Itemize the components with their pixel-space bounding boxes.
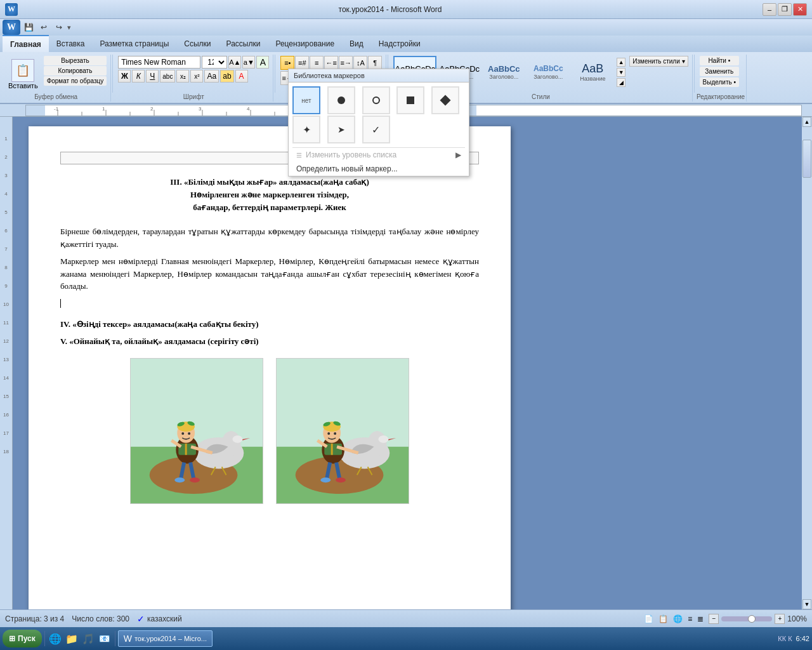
styles-more[interactable]: ◢ [617,78,625,87]
redo-button[interactable]: ↪ [52,21,66,34]
highlight-button[interactable]: ab [220,70,233,83]
spell-check-status: ✓ казахский [137,614,182,624]
replace-button[interactable]: Заменить [700,67,739,76]
increase-indent-button[interactable]: ≡→ [339,56,353,70]
styles-scroll-down[interactable]: ▼ [617,68,625,77]
view-outline-button[interactable]: ≡ [688,614,692,623]
decrease-indent-button[interactable]: ←≡ [324,56,338,70]
bullet-ring[interactable] [362,86,390,114]
zoom-level: 100% [787,614,807,623]
italic-button[interactable]: К [132,70,145,83]
bold-button[interactable]: Ж [118,70,131,83]
superscript-button[interactable]: x² [190,70,203,83]
doc-heading5: V. «Ойнайық та, ойлайық» аялдамасы (сері… [60,335,479,348]
styles-scroll-up[interactable]: ▲ [617,58,625,67]
explorer-icon[interactable]: 📁 [64,631,79,646]
close-button[interactable]: ✕ [793,3,807,16]
status-right: 📄 📋 🌐 ≡ ≣ − + 100% [644,614,807,624]
bullet-diamond[interactable] [431,86,459,114]
view-web-button[interactable]: 🌐 [673,614,683,623]
bullet-circle[interactable] [327,86,355,114]
multilevel-list-button[interactable]: ≡ [310,56,324,70]
doc-image-2 [276,358,409,504]
svg-point-50 [190,477,200,482]
svg-point-67 [327,432,330,434]
tab-addins[interactable]: Надстройки [371,36,428,52]
bullet-none[interactable]: нет [292,86,320,114]
style-title[interactable]: AaB Название [571,56,614,89]
sort-button[interactable]: ↕A [353,56,367,70]
bullet-arrow-shape: ➤ [337,124,345,135]
start-button[interactable]: ⊞ Пуск [3,630,42,647]
svg-rect-1 [26,105,45,116]
svg-point-68 [334,432,336,434]
zoom-slider[interactable] [721,616,772,621]
outlook-icon[interactable]: 📧 [97,631,112,646]
scroll-down-button[interactable]: ▼ [802,599,811,609]
doc-heading4: IV. «Өзіңді тексер» аялдамасы(жаңа сабақ… [60,318,479,331]
zoom-out-button[interactable]: − [709,614,719,624]
ie-icon[interactable]: 🌐 [48,631,63,646]
svg-text:3: 3 [199,106,202,112]
scroll-thumb[interactable] [802,140,811,178]
change-level-label: Изменить уровень списка [306,150,396,159]
numbered-list-button[interactable]: ≡# [295,56,309,70]
font-color-button[interactable]: A [235,70,248,83]
tab-view[interactable]: Вид [342,36,371,52]
taskbar-word-app[interactable]: W ток.урок2014 – Micro... [118,630,213,647]
format-painter-button[interactable]: Формат по образцу [44,76,107,86]
shrink-font-button[interactable]: a▼ [242,56,255,69]
view-normal-button[interactable]: 📄 [644,614,653,623]
clear-format-button[interactable]: A [256,56,269,69]
system-tray: КК К 6:42 [778,635,809,642]
right-scrollbar[interactable]: ▲ ▼ [802,117,812,609]
bullet-check-shape: ✓ [372,124,380,136]
bullet-square[interactable] [396,86,424,114]
find-button[interactable]: Найти • [700,56,739,65]
bullet-arrow[interactable]: ➤ [327,116,355,143]
undo-button[interactable]: ↩ [37,21,51,34]
cut-button[interactable]: Вырезать [44,56,107,65]
font-name-input[interactable] [118,56,200,69]
media-icon[interactable]: 🎵 [81,631,96,646]
scroll-up-button[interactable]: ▲ [802,117,811,127]
font-size-select[interactable]: 12 891011 1416182024 [202,56,227,69]
bullet-star[interactable]: ✦ [292,116,320,143]
paste-button[interactable]: 📋 Вставить [5,56,41,93]
style-heading2[interactable]: AaBbCc Заголово... [527,56,570,89]
select-button[interactable]: Выделить • [700,77,739,87]
separator-4 [694,55,695,93]
view-fullscreen-button[interactable]: 📋 [658,614,668,623]
bullet-check[interactable]: ✓ [362,116,390,143]
restore-button[interactable]: ❐ [778,3,792,16]
show-marks-button[interactable]: ¶ [368,56,382,70]
language-label: казахский [147,614,182,623]
style-heading1[interactable]: AaBbCc Заголово... [482,56,525,89]
tab-references[interactable]: Ссылки [176,36,218,52]
change-styles-button[interactable]: Изменить стили ▾ [629,56,688,67]
bullet-list-button[interactable]: ≡• [280,56,294,70]
tab-layout[interactable]: Разметка страницы [92,36,176,52]
grow-font-button[interactable]: A▲ [228,56,241,69]
font-row-1: 12 891011 1416182024 A▲ a▼ A [118,56,269,69]
copy-button[interactable]: Копировать [44,66,107,76]
tab-review[interactable]: Рецензирование [268,36,342,52]
underline-button[interactable]: Ч [146,70,159,83]
tab-home[interactable]: Главная [3,35,49,52]
separator-1 [112,55,113,93]
document[interactable]: III. «Білімді мықды жығар» аялдамасы(жаң… [29,126,511,609]
zoom-in-button[interactable]: + [775,614,785,624]
minimize-button[interactable]: – [763,3,776,16]
case-button[interactable]: Аа [204,70,219,83]
subscript-button[interactable]: x₂ [176,70,189,83]
tray-icons: КК К [778,635,792,642]
save-button[interactable]: 💾 [22,21,36,34]
svg-text:2: 2 [150,106,154,112]
svg-point-73 [320,477,331,482]
tab-mailings[interactable]: Рассылки [219,36,268,52]
tab-insert[interactable]: Вставка [49,36,93,52]
view-draft-button[interactable]: ≣ [697,614,704,623]
define-new-marker-item[interactable]: Определить новый маркер... [289,162,469,176]
strikethrough-button[interactable]: аbc [160,70,175,83]
office-button[interactable]: W [3,20,20,35]
